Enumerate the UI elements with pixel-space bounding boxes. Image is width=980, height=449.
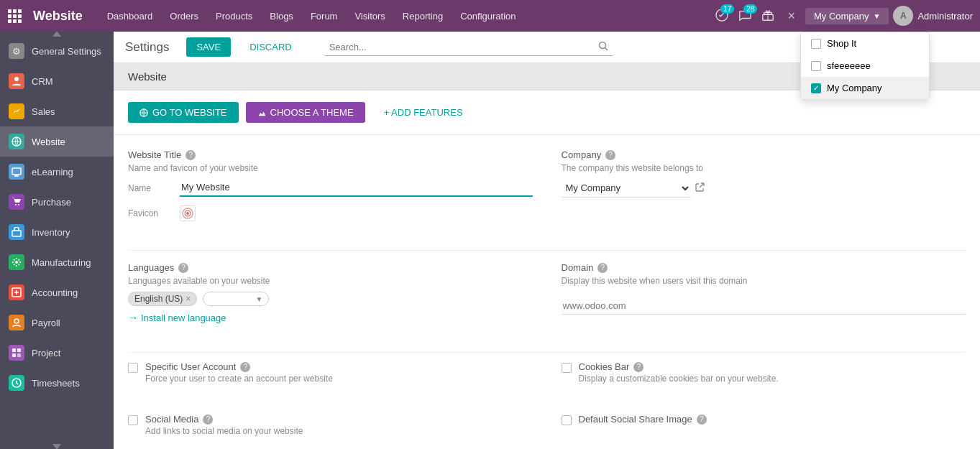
specific-user-info: Specific User Account ? Force your user … xyxy=(145,361,533,384)
sidebar-item-sales[interactable]: Sales xyxy=(0,96,114,126)
svg-rect-8 xyxy=(18,19,22,23)
activities-icon[interactable]: 17 xyxy=(713,6,731,27)
save-button[interactable]: SAVE xyxy=(186,37,231,57)
company-item-shop[interactable]: Shop It xyxy=(801,32,929,55)
sidebar-label-purchase: Purchase xyxy=(32,197,71,208)
svg-point-31 xyxy=(599,42,605,48)
domain-input[interactable] xyxy=(562,297,966,315)
sidebar-item-general-settings[interactable]: ⚙ General Settings xyxy=(0,36,114,66)
sidebar-label-crm: CRM xyxy=(32,76,53,87)
sidebar-item-elearning[interactable]: eLearning xyxy=(0,157,114,187)
company-desc: The company this website belongs to xyxy=(562,163,966,173)
language-input[interactable] xyxy=(209,294,252,304)
language-input-container[interactable]: ▼ xyxy=(203,292,269,306)
avatar[interactable]: A xyxy=(893,6,913,26)
sidebar-item-accounting[interactable]: Accounting xyxy=(0,277,114,307)
nav-links: Dashboard Orders Products Blogs Forum Vi… xyxy=(100,8,713,24)
company-checkbox-shop[interactable] xyxy=(811,39,821,49)
languages-group: Languages ? Languages available on your … xyxy=(128,262,533,323)
sidebar-item-website[interactable]: Website xyxy=(0,126,114,157)
default-social-share-checkbox[interactable] xyxy=(562,415,572,425)
cookies-bar-checkbox[interactable] xyxy=(562,363,572,373)
nav-blogs[interactable]: Blogs xyxy=(262,8,301,24)
install-language-link[interactable]: → Install new language xyxy=(128,312,533,323)
search-icon[interactable] xyxy=(598,41,608,53)
company-button[interactable]: My Company ▼ xyxy=(805,8,889,24)
nav-orders[interactable]: Orders xyxy=(162,8,206,24)
sidebar-item-purchase[interactable]: Purchase xyxy=(0,187,114,217)
settings-row-title-company: Website Title ? Name and favicon of your… xyxy=(128,149,966,233)
languages-col: Languages ? Languages available on your … xyxy=(128,262,533,335)
search-input[interactable] xyxy=(329,42,598,52)
company-checkbox-sfeee[interactable] xyxy=(811,61,821,71)
favicon-label: Favicon xyxy=(128,208,171,218)
general-settings-icon: ⚙ xyxy=(9,43,24,59)
nav-visitors[interactable]: Visitors xyxy=(347,8,392,24)
sidebar-item-payroll[interactable]: Payroll xyxy=(0,307,114,338)
add-features-label: + ADD FEATURES xyxy=(384,107,463,118)
messages-icon[interactable]: 28 xyxy=(736,6,754,27)
nav-forum[interactable]: Forum xyxy=(303,8,345,24)
domain-info-icon[interactable]: ? xyxy=(597,263,608,273)
company-item-sfeee[interactable]: sfeeeeeee xyxy=(801,55,929,77)
favicon-preview[interactable] xyxy=(180,205,196,221)
nav-configuration[interactable]: Configuration xyxy=(453,8,523,24)
company-select[interactable]: My Company xyxy=(562,179,691,198)
company-item-mycompany[interactable]: My Company xyxy=(801,77,929,99)
default-social-share-title: Default Social Share Image xyxy=(579,414,692,425)
discard-button[interactable]: DISCARD xyxy=(239,37,302,57)
nav-reporting[interactable]: Reporting xyxy=(395,8,450,24)
cookies-bar-info-icon[interactable]: ? xyxy=(633,362,644,372)
settings-row-checkboxes2: Social Media ? Add links to social media… xyxy=(128,411,966,446)
remove-language-icon[interactable]: × xyxy=(186,294,191,304)
close-icon[interactable]: × xyxy=(782,6,801,27)
svg-line-32 xyxy=(605,47,608,50)
grid-menu-icon[interactable] xyxy=(7,9,22,23)
social-media-info: Social Media ? Add links to social media… xyxy=(145,414,533,436)
specific-user-checkbox[interactable] xyxy=(128,363,138,373)
purchase-icon xyxy=(9,194,24,210)
go-to-website-button[interactable]: GO TO WEBSITE xyxy=(128,102,239,123)
company-checkbox-mycompany[interactable] xyxy=(811,83,821,93)
sidebar-item-crm[interactable]: CRM xyxy=(0,66,114,96)
name-input[interactable] xyxy=(180,179,533,197)
external-link-icon[interactable] xyxy=(695,182,705,194)
sidebar-item-timesheets[interactable]: Timesheets xyxy=(0,368,114,398)
messages-badge: 28 xyxy=(743,4,757,14)
svg-point-25 xyxy=(14,319,19,323)
cookies-bar-info: Cookies Bar ? Display a customizable coo… xyxy=(579,361,966,384)
name-label: Name xyxy=(128,183,171,193)
company-label-sfeee: sfeeeeeee xyxy=(827,60,871,71)
sidebar-item-project[interactable]: Project xyxy=(0,338,114,368)
specific-user-title: Specific User Account xyxy=(145,361,236,372)
choose-theme-button[interactable]: CHOOSE A THEME xyxy=(246,102,365,123)
company-info-icon[interactable]: ? xyxy=(605,150,615,160)
sidebar-label-website: Website xyxy=(32,136,65,147)
project-icon xyxy=(9,345,24,361)
add-features-button[interactable]: + ADD FEATURES xyxy=(372,102,475,123)
language-tag: English (US) × xyxy=(128,292,197,306)
sidebar-item-inventory[interactable]: Inventory xyxy=(0,217,114,247)
nav-dashboard[interactable]: Dashboard xyxy=(100,8,160,24)
sidebar-label-accounting: Accounting xyxy=(32,287,78,298)
website-icon xyxy=(9,134,24,149)
svg-rect-7 xyxy=(13,19,17,23)
svg-point-36 xyxy=(186,212,189,215)
specific-user-row: Specific User Account ? Force your user … xyxy=(128,361,533,384)
social-media-title: Social Media xyxy=(145,414,198,425)
svg-rect-6 xyxy=(8,19,12,23)
default-social-share-info-icon[interactable]: ? xyxy=(697,415,707,425)
gift-icon[interactable] xyxy=(759,6,777,27)
language-dropdown-arrow: ▼ xyxy=(255,295,262,303)
languages-info-icon[interactable]: ? xyxy=(178,263,188,273)
website-title-info-icon[interactable]: ? xyxy=(186,150,196,160)
social-media-info-icon[interactable]: ? xyxy=(203,415,213,425)
svg-point-18 xyxy=(15,204,17,205)
specific-user-info-icon[interactable]: ? xyxy=(240,362,250,372)
nav-products[interactable]: Products xyxy=(209,8,260,24)
social-media-checkbox[interactable] xyxy=(128,415,138,425)
specific-user-col: Specific User Account ? Force your user … xyxy=(128,361,533,394)
sidebar-label-project: Project xyxy=(32,348,60,358)
sidebar-item-manufacturing[interactable]: Manufacturing xyxy=(0,247,114,277)
company-col: Company ? The company this website belon… xyxy=(562,149,966,233)
